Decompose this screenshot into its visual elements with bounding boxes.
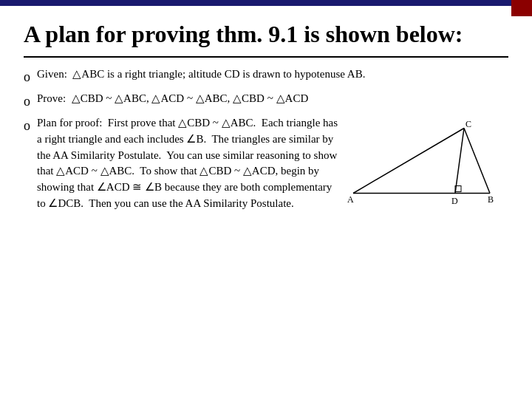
label-b: B — [488, 194, 494, 204]
bullet-list: o Given: △ABC is a right triangle; altit… — [24, 66, 508, 390]
bullet-icon: o — [24, 67, 37, 86]
bullet-icon: o — [24, 92, 37, 111]
corner-box — [511, 0, 532, 16]
content: A plan for proving thm. 9.1 is shown bel… — [0, 6, 532, 399]
triangle-diagram: A D B C — [346, 117, 508, 206]
top-bar — [0, 0, 532, 6]
divider — [24, 56, 508, 58]
svg-line-3 — [455, 128, 464, 193]
slide-title: A plan for proving thm. 9.1 is shown bel… — [24, 19, 508, 49]
label-c: C — [466, 118, 471, 129]
svg-line-1 — [353, 128, 464, 193]
plan-text: Plan for proof: First prove that △CBD ~ … — [37, 115, 338, 212]
label-d: D — [451, 195, 458, 205]
svg-line-2 — [464, 128, 490, 193]
bullet-icon: o — [24, 116, 37, 135]
list-item: o Prove: △CBD ~ △ABC, △ACD ~ △ABC, △CBD … — [24, 91, 508, 111]
list-item: o Plan for proof: First prove that △CBD … — [24, 115, 508, 212]
given-text: Given: △ABC is a right triangle; altitud… — [37, 66, 508, 83]
label-a: A — [347, 194, 354, 204]
list-item: o Given: △ABC is a right triangle; altit… — [24, 66, 508, 86]
slide: A plan for proving thm. 9.1 is shown bel… — [0, 0, 532, 399]
prove-text: Prove: △CBD ~ △ABC, △ACD ~ △ABC, △CBD ~ … — [37, 91, 508, 107]
